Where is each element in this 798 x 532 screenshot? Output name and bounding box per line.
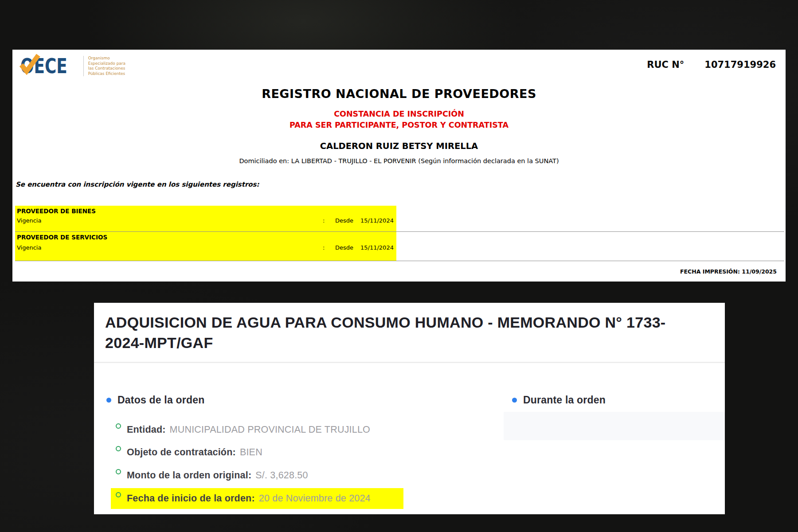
page-background: { "background_color": "#131312", "rnp_ce… bbox=[0, 0, 798, 532]
ring-bullet-icon bbox=[116, 469, 121, 474]
registry-name: PROVEEDOR DE BIENES bbox=[17, 207, 96, 215]
logo-tagline: Organismo Especializado para las Contrat… bbox=[88, 56, 125, 76]
registry-desde-label: Desde bbox=[335, 244, 353, 251]
ring-bullet-icon bbox=[116, 446, 121, 451]
oece-logo: OECE Organismo Especializado para las Co… bbox=[20, 56, 125, 76]
certificate-title: REGISTRO NACIONAL DE PROVEEDORES bbox=[12, 87, 786, 101]
registry-date: 15/11/2024 bbox=[360, 217, 394, 224]
detail-label: Monto de la orden original: bbox=[127, 470, 251, 481]
detail-label: Fecha de inicio de la orden: bbox=[127, 493, 255, 504]
logo-tagline-line: Organismo bbox=[88, 56, 125, 61]
section-heading: Datos de la orden bbox=[117, 394, 204, 406]
registry-field-label: Vigencia bbox=[17, 217, 41, 224]
registry-desde-label: Desde bbox=[335, 217, 353, 224]
print-date: FECHA IMPRESIÓN: 11/09/2025 bbox=[680, 268, 777, 275]
detail-value: MUNICIPALIDAD PROVINCIAL DE TRUJILLO bbox=[170, 424, 370, 435]
order-detail-item: Objeto de contratación: BIEN bbox=[116, 442, 262, 463]
logo-tagline-line: Públicas Eficientes bbox=[88, 71, 125, 77]
logo-tagline-line: las Contrataciones bbox=[88, 66, 125, 71]
order-detail-item: Entidad: MUNICIPALIDAD PROVINCIAL DE TRU… bbox=[116, 419, 370, 440]
detail-value: BIEN bbox=[240, 447, 262, 458]
provider-name: CALDERON RUIZ BETSY MIRELLA bbox=[12, 141, 786, 151]
order-card-panel: ADQUISICION DE AGUA PARA CONSUMO HUMANO … bbox=[94, 303, 725, 514]
durante-empty-box bbox=[504, 412, 725, 440]
domicile-line: Domiciliado en: LA LIBERTAD - TRUJILLO -… bbox=[12, 157, 786, 164]
detail-label: Entidad: bbox=[127, 424, 166, 435]
certificate-subtitle: CONSTANCIA DE INSCRIPCIÓN PARA SER PARTI… bbox=[12, 109, 786, 131]
rnp-certificate-panel: OECE Organismo Especializado para las Co… bbox=[12, 50, 786, 282]
logo-tagline-line: Especializado para bbox=[88, 61, 125, 66]
detail-label: Objeto de contratación: bbox=[127, 447, 236, 458]
registries-intro-line: Se encuentra con inscripción vigente en … bbox=[16, 180, 259, 188]
ruc-label: RUC N° bbox=[647, 59, 684, 70]
certificate-subtitle-line1: CONSTANCIA DE INSCRIPCIÓN bbox=[12, 109, 786, 120]
circle-bullet-icon bbox=[106, 398, 111, 403]
row-divider bbox=[15, 261, 784, 261]
check-icon bbox=[18, 54, 41, 75]
registry-colon: : bbox=[323, 244, 325, 251]
section-heading: Durante la orden bbox=[523, 394, 606, 406]
title-divider bbox=[94, 362, 725, 363]
ruc-value: 10717919926 bbox=[704, 59, 776, 70]
ring-bullet-icon bbox=[116, 423, 121, 429]
order-detail-item: Fecha de inicio de la orden: 20 de Novie… bbox=[116, 488, 371, 509]
row-divider bbox=[15, 231, 784, 232]
section-header-durante: Durante la orden bbox=[512, 394, 606, 406]
registry-name: PROVEEDOR DE SERVICIOS bbox=[17, 234, 107, 241]
ring-bullet-icon bbox=[116, 492, 121, 497]
ruc-row: RUC N° 10717919926 bbox=[647, 59, 776, 70]
circle-bullet-icon bbox=[512, 398, 517, 403]
detail-value: 20 de Noviembre de 2024 bbox=[259, 493, 371, 504]
logo-divider bbox=[83, 56, 84, 76]
registry-field-label: Vigencia bbox=[17, 244, 41, 251]
certificate-subtitle-line2: PARA SER PARTICIPANTE, POSTOR Y CONTRATI… bbox=[12, 120, 786, 131]
registry-colon: : bbox=[323, 217, 325, 224]
order-detail-item: Monto de la orden original: S/. 3,628.50 bbox=[116, 465, 308, 486]
detail-value: S/. 3,628.50 bbox=[255, 470, 308, 481]
registry-date: 15/11/2024 bbox=[360, 244, 394, 251]
order-title: ADQUISICION DE AGUA PARA CONSUMO HUMANO … bbox=[105, 312, 686, 353]
section-header-datos: Datos de la orden bbox=[106, 394, 204, 406]
registries-highlight-block: PROVEEDOR DE BIENES Vigencia : Desde 15/… bbox=[15, 206, 396, 261]
